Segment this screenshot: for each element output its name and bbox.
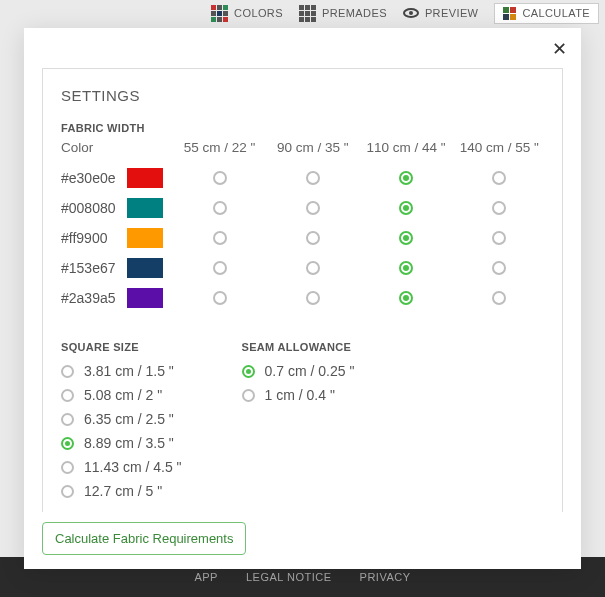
square-size-option[interactable]: 12.7 cm / 5 " [61,483,182,499]
fabric-width-radio[interactable] [492,201,506,215]
fabric-width-row: #e30e0e [61,163,544,193]
square-size-option-label: 3.81 cm / 1.5 " [84,363,174,379]
width-header-3: 140 cm / 55 " [455,140,544,155]
footer-app[interactable]: APP [194,571,218,583]
square-size-option[interactable]: 5.08 cm / 2 " [61,387,182,403]
square-size-option-label: 5.08 cm / 2 " [84,387,162,403]
topbar: COLORS PREMADES PREVIEW CALCULATE [0,0,605,26]
square-size-option[interactable]: 3.81 cm / 1.5 " [61,363,182,379]
color-header: Color [61,140,123,155]
color-hex: #008080 [61,200,123,216]
square-size-radio[interactable] [61,485,74,498]
calculate-button[interactable]: Calculate Fabric Requirements [42,522,246,555]
seam-allowance-radio[interactable] [242,365,255,378]
fabric-width-radio[interactable] [213,261,227,275]
topbar-premades-label: PREMADES [322,7,387,19]
color-hex: #e30e0e [61,170,123,186]
fabric-width-radio[interactable] [492,171,506,185]
seam-allowance-option-label: 0.7 cm / 0.25 " [265,363,355,379]
color-swatch [127,168,163,188]
color-hex: #ff9900 [61,230,123,246]
fabric-width-radio[interactable] [306,291,320,305]
eye-icon [403,8,419,18]
fabric-width-radio[interactable] [306,171,320,185]
modal-body: SETTINGS FABRIC WIDTH Color 55 cm / 22 "… [24,28,581,512]
square-size-radio[interactable] [61,365,74,378]
fabric-width-radio[interactable] [399,231,413,245]
color-swatch [127,228,163,248]
fabric-width-row: #ff9900 [61,223,544,253]
seam-allowance-label: SEAM ALLOWANCE [242,341,355,353]
square-size-radio[interactable] [61,413,74,426]
square-size-option[interactable]: 8.89 cm / 3.5 " [61,435,182,451]
width-header-1: 90 cm / 35 " [268,140,357,155]
fabric-width-radio[interactable] [306,201,320,215]
fabric-width-row: #008080 [61,193,544,223]
footer-privacy[interactable]: PRIVACY [360,571,411,583]
square-size-option[interactable]: 6.35 cm / 2.5 " [61,411,182,427]
square-size-radio[interactable] [61,461,74,474]
topbar-calculate-label: CALCULATE [522,7,590,19]
square-size-option-label: 11.43 cm / 4.5 " [84,459,182,475]
seam-allowance-radio[interactable] [242,389,255,402]
premades-icon [299,5,316,22]
square-size-label: SQUARE SIZE [61,341,182,353]
settings-card: SETTINGS FABRIC WIDTH Color 55 cm / 22 "… [42,68,563,512]
fabric-width-radio[interactable] [306,231,320,245]
calculate-icon [503,7,516,20]
fabric-width-radio[interactable] [213,231,227,245]
topbar-preview-label: PREVIEW [425,7,479,19]
fabric-width-radio[interactable] [306,261,320,275]
seam-allowance-option[interactable]: 1 cm / 0.4 " [242,387,355,403]
square-size-option-label: 8.89 cm / 3.5 " [84,435,174,451]
color-swatch [127,258,163,278]
width-header-2: 110 cm / 44 " [362,140,451,155]
settings-title: SETTINGS [61,87,544,104]
settings-modal: ✕ SETTINGS FABRIC WIDTH Color 55 cm / 22… [24,28,581,569]
square-size-option[interactable]: 11.43 cm / 4.5 " [61,459,182,475]
color-hex: #2a39a5 [61,290,123,306]
fabric-width-header-row: Color 55 cm / 22 " 90 cm / 35 " 110 cm /… [61,140,544,155]
modal-footer: Calculate Fabric Requirements [24,512,581,569]
fabric-width-radio[interactable] [399,201,413,215]
fabric-width-radio[interactable] [492,231,506,245]
fabric-width-radio[interactable] [213,171,227,185]
topbar-premades[interactable]: PREMADES [299,5,387,22]
color-swatch [127,288,163,308]
seam-allowance-option[interactable]: 0.7 cm / 0.25 " [242,363,355,379]
width-header-0: 55 cm / 22 " [175,140,264,155]
fabric-width-radio[interactable] [492,291,506,305]
fabric-width-radio[interactable] [213,291,227,305]
topbar-colors-label: COLORS [234,7,283,19]
fabric-width-table: Color 55 cm / 22 " 90 cm / 35 " 110 cm /… [61,140,544,313]
topbar-colors[interactable]: COLORS [211,5,283,22]
seam-allowance-option-label: 1 cm / 0.4 " [265,387,335,403]
square-size-option-label: 6.35 cm / 2.5 " [84,411,174,427]
square-size-option-label: 12.7 cm / 5 " [84,483,162,499]
fabric-width-row: #153e67 [61,253,544,283]
color-swatch [127,198,163,218]
topbar-preview[interactable]: PREVIEW [403,7,479,19]
colors-icon [211,5,228,22]
square-size-section: SQUARE SIZE 3.81 cm / 1.5 "5.08 cm / 2 "… [61,341,182,499]
footer-legal[interactable]: LEGAL NOTICE [246,571,332,583]
square-size-radio[interactable] [61,389,74,402]
fabric-width-radio[interactable] [399,291,413,305]
fabric-width-radio[interactable] [492,261,506,275]
square-size-radio[interactable] [61,437,74,450]
fabric-width-radio[interactable] [399,171,413,185]
fabric-width-radio[interactable] [213,201,227,215]
close-icon[interactable]: ✕ [552,38,567,60]
fabric-width-row: #2a39a5 [61,283,544,313]
seam-allowance-section: SEAM ALLOWANCE 0.7 cm / 0.25 "1 cm / 0.4… [242,341,355,499]
fabric-width-radio[interactable] [399,261,413,275]
topbar-calculate[interactable]: CALCULATE [494,3,599,24]
fabric-width-label: FABRIC WIDTH [61,122,544,134]
color-hex: #153e67 [61,260,123,276]
